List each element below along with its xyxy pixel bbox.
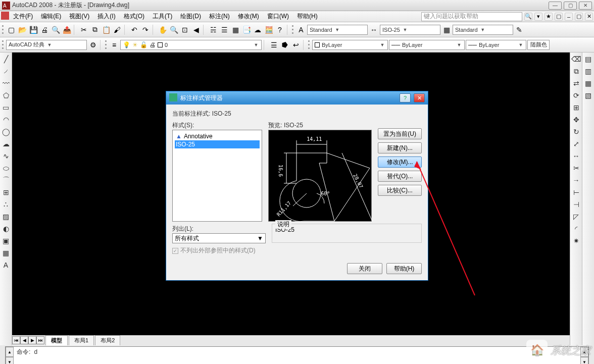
- close-button[interactable]: ✕: [579, 2, 592, 10]
- match-icon[interactable]: 🖌: [112, 25, 122, 35]
- scale-icon[interactable]: ⤢: [572, 139, 581, 148]
- polygon-icon[interactable]: ⬠: [2, 91, 11, 100]
- tab-last-icon[interactable]: ⏭: [36, 336, 44, 344]
- grip[interactable]: [105, 40, 108, 50]
- dialog-close-icon[interactable]: ✕: [414, 93, 425, 102]
- zoom-win-icon[interactable]: ⊡: [180, 25, 190, 35]
- paste-icon[interactable]: 📋: [101, 25, 111, 35]
- layer-combo[interactable]: 💡☀🔓🖨 0▼: [120, 40, 262, 50]
- sheetset-icon[interactable]: 📑: [241, 25, 252, 35]
- grip[interactable]: [308, 40, 311, 50]
- chamfer-icon[interactable]: ◸: [572, 212, 581, 221]
- menu-file[interactable]: 文件(F): [9, 11, 37, 22]
- cmd-up-icon[interactable]: ▲: [6, 347, 14, 357]
- tab-layout2[interactable]: 布局2: [95, 335, 120, 345]
- text-icon[interactable]: A: [2, 261, 11, 270]
- copyobj-icon[interactable]: ⧉: [572, 67, 581, 76]
- rotate-icon[interactable]: ↻: [572, 127, 581, 136]
- tab-model[interactable]: 模型: [45, 335, 68, 345]
- layerprev-icon[interactable]: ↩: [291, 40, 301, 50]
- tab-prev-icon[interactable]: ◀: [20, 336, 28, 344]
- zoom-prev-icon[interactable]: ◀: [191, 25, 201, 35]
- child-close-icon[interactable]: ✕: [585, 13, 593, 21]
- search-icon[interactable]: 🔍: [524, 13, 532, 21]
- open-icon[interactable]: 📂: [17, 25, 27, 35]
- spline-icon[interactable]: ∿: [2, 151, 11, 161]
- textstyle-combo[interactable]: Standard▼: [307, 25, 368, 35]
- dc-icon[interactable]: ☰: [219, 25, 229, 35]
- circle-icon[interactable]: ◯: [2, 127, 11, 136]
- undo-icon[interactable]: ↶: [129, 25, 139, 35]
- layertools-icon[interactable]: ⭓: [280, 40, 290, 50]
- move-icon[interactable]: ✥: [572, 115, 581, 124]
- xref-checkbox[interactable]: ✓不列出外部参照中的样式(D): [172, 246, 266, 255]
- menu-draw[interactable]: 绘图(D): [176, 11, 205, 22]
- override-button[interactable]: 替代(O)...: [378, 171, 422, 182]
- help-search-input[interactable]: 键入问题以获取帮助: [421, 12, 522, 21]
- palette2-icon[interactable]: ▥: [584, 67, 593, 76]
- cmd-down-icon[interactable]: ▼: [6, 357, 14, 364]
- grip[interactable]: [2, 25, 5, 35]
- stretch-icon[interactable]: ↔: [572, 151, 581, 161]
- ellipse-icon[interactable]: ⬭: [2, 164, 11, 173]
- tablestyle-combo[interactable]: Standard▼: [453, 25, 513, 35]
- plotstyle-combo[interactable]: 随颜色: [527, 40, 550, 50]
- child-max-icon[interactable]: ▢: [575, 13, 583, 21]
- erase-icon[interactable]: ⌫: [572, 55, 581, 64]
- markup-icon[interactable]: ☁: [253, 25, 263, 35]
- maximize-button[interactable]: ▢: [564, 2, 577, 10]
- menu-help[interactable]: 帮助(H): [293, 11, 322, 22]
- close-button[interactable]: 关闭: [347, 263, 382, 274]
- mirror-icon[interactable]: ⇄: [572, 79, 581, 88]
- break-icon[interactable]: ⊢: [572, 188, 581, 197]
- menu-window[interactable]: 窗口(W): [263, 11, 293, 22]
- set-current-button[interactable]: 置为当前(U): [378, 128, 422, 139]
- point-icon[interactable]: ∴: [2, 200, 11, 209]
- layerstate-icon[interactable]: ☰: [269, 40, 279, 50]
- new-button[interactable]: 新建(N)...: [378, 142, 422, 153]
- trim-icon[interactable]: ✂: [572, 164, 581, 173]
- color-combo[interactable]: ByLayer▼: [312, 40, 388, 50]
- print-icon[interactable]: 🖨: [39, 25, 49, 35]
- command-line[interactable]: ▲▼ 命令: d ▲▼: [5, 346, 589, 364]
- linetype-combo[interactable]: ──ByLayer▼: [389, 40, 465, 50]
- explode-icon[interactable]: ✷: [572, 236, 581, 245]
- tab-next-icon[interactable]: ▶: [28, 336, 36, 344]
- join-icon[interactable]: ⊣: [572, 200, 581, 209]
- dimstyle-combo[interactable]: ISO-25▼: [380, 25, 440, 35]
- copy-icon[interactable]: ⧉: [90, 25, 100, 35]
- save-icon[interactable]: 💾: [28, 25, 38, 35]
- toolpal-icon[interactable]: ▦: [230, 25, 240, 35]
- gradient-icon[interactable]: ◐: [2, 224, 11, 233]
- tablestyle-icon[interactable]: ▦: [441, 25, 452, 35]
- block-icon[interactable]: ⊞: [2, 188, 11, 197]
- favorite-icon[interactable]: ★: [544, 13, 553, 21]
- xline-icon[interactable]: ⟋: [2, 67, 11, 76]
- redo-icon[interactable]: ↷: [140, 25, 151, 35]
- help-button[interactable]: 帮助(H): [386, 263, 422, 274]
- modify-button[interactable]: 修改(M)...: [378, 157, 422, 168]
- workspace-combo[interactable]: AutoCAD 经典▼: [6, 40, 87, 50]
- grip[interactable]: [2, 40, 5, 50]
- extend-icon[interactable]: →: [572, 176, 581, 185]
- region-icon[interactable]: ▣: [2, 236, 11, 245]
- cut-icon[interactable]: ✂: [79, 25, 89, 35]
- minimize-button[interactable]: —: [549, 2, 562, 10]
- dialog-help-icon[interactable]: ?: [400, 93, 411, 102]
- tab-first-icon[interactable]: ⏮: [12, 336, 20, 344]
- menu-modify[interactable]: 修改(M): [234, 11, 263, 22]
- menu-format[interactable]: 格式(O): [120, 11, 148, 22]
- list-combo[interactable]: 所有样式▼: [172, 233, 266, 243]
- lineweight-combo[interactable]: ──ByLayer▼: [466, 40, 526, 50]
- help-icon[interactable]: ?: [275, 25, 285, 35]
- ws-settings-icon[interactable]: ⚙: [88, 40, 98, 50]
- menu-insert[interactable]: 插入(I): [93, 11, 119, 22]
- palette1-icon[interactable]: ▤: [584, 55, 593, 64]
- table-icon[interactable]: ▦: [2, 248, 11, 257]
- hatch-icon[interactable]: ▨: [2, 212, 11, 221]
- menu-view[interactable]: 视图(V): [65, 11, 93, 22]
- revcloud-icon[interactable]: ☁: [2, 139, 11, 148]
- fillet-icon[interactable]: ◜: [572, 224, 581, 233]
- palette4-icon[interactable]: ▧: [584, 91, 593, 100]
- publish-icon[interactable]: 📤: [62, 25, 72, 35]
